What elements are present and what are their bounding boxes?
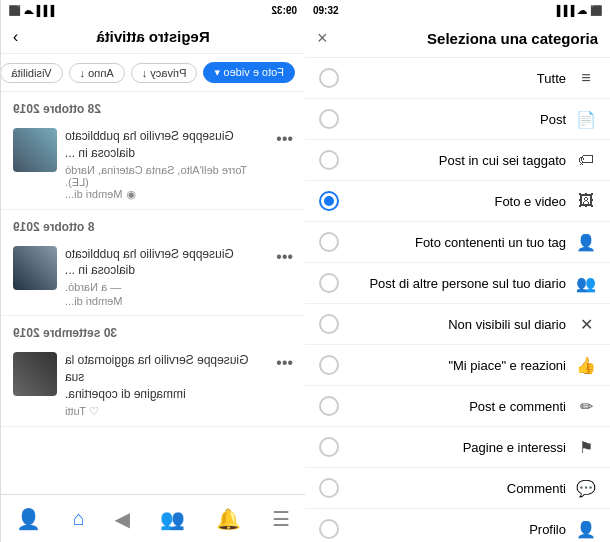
- filter-anno[interactable]: Anno ↓: [69, 63, 125, 83]
- nav-groups[interactable]: 👥: [160, 507, 185, 531]
- category-icon-post-commenti: ✏: [576, 397, 596, 416]
- right-status-bar: 09:32 ▐▐▐ ☁ ⬛: [305, 0, 610, 20]
- radio-profilo[interactable]: [319, 519, 339, 539]
- category-post-tag[interactable]: Post in cui sei taggato 🏷: [305, 140, 610, 181]
- filter-bar: Foto e video ▾ Privacy ↓ Anno ↓ Visibili…: [1, 54, 305, 92]
- right-icons: ▐▐▐ ☁ ⬛: [553, 5, 602, 16]
- category-post-commenti[interactable]: Post e commenti ✏: [305, 386, 610, 427]
- category-list: Tutte ≡ Post 📄 Post in cui sei taggato 🏷…: [305, 58, 610, 542]
- activity-sub-2: — a Nardò.: [65, 281, 268, 293]
- activity-sub-3: ♡ Tutti: [65, 405, 268, 418]
- category-label-tutte: Tutte: [349, 71, 566, 86]
- activity-text-3: Giuseppe Servilio ha aggiornato la suaim…: [65, 352, 268, 402]
- radio-pagine[interactable]: [319, 437, 339, 457]
- category-label-mi-piace: "Mi piace" e reazioni: [349, 358, 566, 373]
- radio-post-altri[interactable]: [319, 273, 339, 293]
- activity-thumb-1: [13, 128, 57, 172]
- nav-menu[interactable]: ☰: [272, 507, 290, 531]
- category-icon-profilo: 👤: [576, 520, 596, 539]
- category-label-post: Post: [349, 112, 566, 127]
- filter-privacy[interactable]: Privacy ↓: [131, 63, 198, 83]
- left-chevron[interactable]: ›: [13, 28, 18, 46]
- right-time: 09:32: [313, 5, 339, 16]
- category-commenti[interactable]: Commenti 💬: [305, 468, 610, 509]
- category-post-altri[interactable]: Post di altre persone sul tuo diario 👥: [305, 263, 610, 304]
- category-icon-tutte: ≡: [576, 69, 596, 87]
- category-icon-pagine: ⚑: [576, 438, 596, 457]
- activity-sub-2b: Membri di...: [65, 295, 268, 307]
- thumb-img-1: [13, 128, 57, 172]
- activity-item-1[interactable]: ••• Giuseppe Servilio ha pubblicatodialc…: [1, 120, 305, 210]
- activity-content-1: Giuseppe Servilio ha pubblicatodialcosa …: [65, 128, 268, 201]
- activity-thumb-3: [13, 352, 57, 396]
- category-label-foto-tag: Foto contenenti un tuo tag: [349, 235, 566, 250]
- nav-home[interactable]: ⌂: [72, 507, 84, 530]
- activity-thumb-2: [13, 246, 57, 290]
- category-label-post-altri: Post di altre persone sul tuo diario: [349, 276, 566, 291]
- left-status-bar: 09:32 ▐▐▐ ☁ ⬛: [1, 0, 305, 20]
- category-icon-foto-video: 🖼: [576, 192, 596, 210]
- date-header-2: 8 ottobre 2019: [1, 210, 305, 238]
- category-label-non-visibili: Non visibili sul diario: [349, 317, 566, 332]
- filter-foto-video[interactable]: Foto e video ▾: [203, 62, 295, 83]
- category-label-post-commenti: Post e commenti: [349, 399, 566, 414]
- nav-bell[interactable]: 🔔: [216, 507, 241, 531]
- category-icon-mi-piace: 👍: [576, 356, 596, 375]
- category-mi-piace[interactable]: "Mi piace" e reazioni 👍: [305, 345, 610, 386]
- activity-list: 28 ottobre 2019 ••• Giuseppe Servilio ha…: [1, 92, 305, 494]
- activity-text-1: Giuseppe Servilio ha pubblicatodialcosa …: [65, 128, 268, 162]
- radio-post-commenti[interactable]: [319, 396, 339, 416]
- activity-sub-1: Torre dell'Alto, Santa Caterina, Nardò(L…: [65, 164, 268, 201]
- activity-dots-3[interactable]: •••: [276, 354, 293, 372]
- category-icon-post: 📄: [576, 110, 596, 129]
- category-label-post-tag: Post in cui sei taggato: [349, 153, 566, 168]
- left-header-title: Registro attività: [96, 28, 209, 45]
- category-icon-post-altri: 👥: [576, 274, 596, 293]
- category-pagine[interactable]: Pagine e interessi ⚑: [305, 427, 610, 468]
- radio-foto-video[interactable]: [319, 191, 339, 211]
- date-header-3: 30 settembre 2019: [1, 316, 305, 344]
- nav-video[interactable]: ▶: [115, 507, 130, 531]
- close-button[interactable]: ×: [317, 28, 328, 49]
- activity-text-2: Giuseppe Servilio ha pubblicatodialcosa …: [65, 246, 268, 280]
- radio-post-tag[interactable]: [319, 150, 339, 170]
- bottom-nav: ☰ 🔔 👥 ▶ ⌂ 👤: [1, 494, 305, 542]
- right-panel: 09:32 ▐▐▐ ☁ ⬛ × Seleziona una categoria …: [305, 0, 610, 542]
- category-foto-video[interactable]: Foto e video 🖼: [305, 181, 610, 222]
- radio-mi-piace[interactable]: [319, 355, 339, 375]
- radio-commenti[interactable]: [319, 478, 339, 498]
- category-label-foto-video: Foto e video: [349, 194, 566, 209]
- left-header: Registro attività ›: [1, 20, 305, 54]
- left-time: 09:32: [271, 5, 297, 16]
- category-tutte[interactable]: Tutte ≡: [305, 58, 610, 99]
- filter-visibilita[interactable]: Visibilità: [1, 63, 63, 83]
- radio-non-visibili[interactable]: [319, 314, 339, 334]
- category-icon-non-visibili: ✕: [576, 315, 596, 334]
- category-label-profilo: Profilo: [349, 522, 566, 537]
- category-non-visibili[interactable]: Non visibili sul diario ✕: [305, 304, 610, 345]
- activity-dots-2[interactable]: •••: [276, 248, 293, 266]
- category-icon-commenti: 💬: [576, 479, 596, 498]
- category-label-commenti: Commenti: [349, 481, 566, 496]
- radio-tutte[interactable]: [319, 68, 339, 88]
- radio-post[interactable]: [319, 109, 339, 129]
- thumb-img-2: [13, 246, 57, 290]
- right-header-title: Seleziona una categoria: [427, 30, 598, 47]
- category-icon-post-tag: 🏷: [576, 151, 596, 169]
- category-post[interactable]: Post 📄: [305, 99, 610, 140]
- activity-content-3: Giuseppe Servilio ha aggiornato la suaim…: [65, 352, 268, 417]
- thumb-img-3: [13, 352, 57, 396]
- activity-item-2[interactable]: ••• Giuseppe Servilio ha pubblicatodialc…: [1, 238, 305, 317]
- nav-profile[interactable]: 👤: [16, 507, 41, 531]
- category-label-pagine: Pagine e interessi: [349, 440, 566, 455]
- category-profilo[interactable]: Profilo 👤: [305, 509, 610, 542]
- radio-foto-tag[interactable]: [319, 232, 339, 252]
- left-icons: ▐▐▐ ☁ ⬛: [9, 5, 58, 16]
- date-header-1: 28 ottobre 2019: [1, 92, 305, 120]
- right-header: × Seleziona una categoria: [305, 20, 610, 58]
- activity-content-2: Giuseppe Servilio ha pubblicatodialcosa …: [65, 246, 268, 308]
- activity-dots-1[interactable]: •••: [276, 130, 293, 148]
- category-foto-tag[interactable]: Foto contenenti un tuo tag 👤: [305, 222, 610, 263]
- activity-item-3[interactable]: ••• Giuseppe Servilio ha aggiornato la s…: [1, 344, 305, 426]
- left-panel: 09:32 ▐▐▐ ☁ ⬛ Registro attività › Foto e…: [0, 0, 305, 542]
